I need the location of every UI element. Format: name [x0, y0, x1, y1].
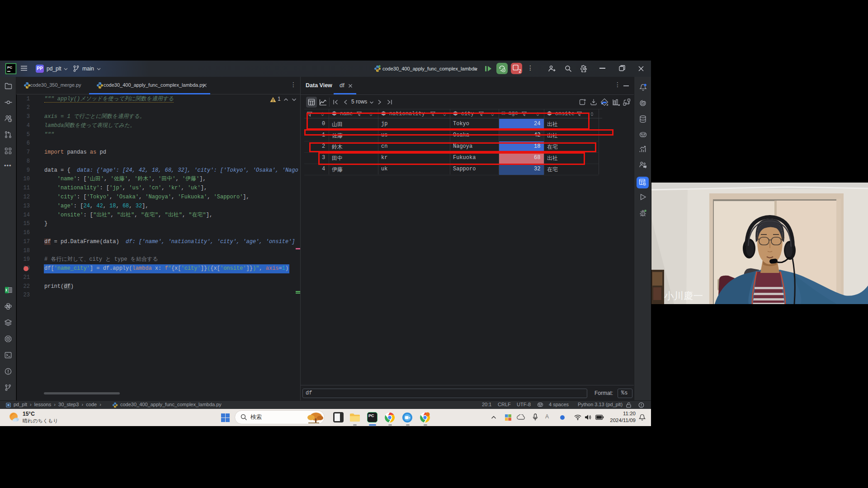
svg-text:?: ?: [9, 119, 11, 122]
svg-text:小川慶一: 小川慶一: [664, 291, 703, 301]
svg-text:PC: PC: [7, 66, 12, 70]
